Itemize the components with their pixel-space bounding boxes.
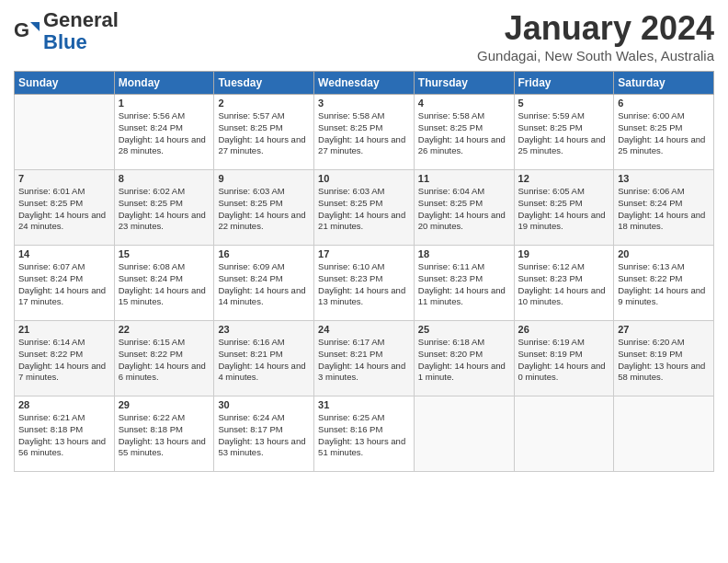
title-block: January 2024 Gundagai, New South Wales, … — [477, 9, 714, 63]
weekday-header-sunday: Sunday — [15, 72, 115, 95]
day-number: 29 — [119, 399, 210, 410]
calendar-cell: 8 Sunrise: 6:02 AM Sunset: 8:25 PM Dayli… — [114, 170, 214, 246]
page-header: G General Blue January 2024 Gundagai, Ne… — [14, 9, 714, 63]
calendar-cell: 3 Sunrise: 5:58 AM Sunset: 8:25 PM Dayli… — [314, 95, 415, 170]
day-number: 16 — [218, 248, 310, 259]
calendar-cell: 1 Sunrise: 5:56 AM Sunset: 8:24 PM Dayli… — [114, 95, 214, 170]
cell-info: Sunrise: 6:04 AM Sunset: 8:25 PM Dayligh… — [418, 186, 510, 233]
day-number: 2 — [218, 98, 310, 109]
cell-info: Sunrise: 6:21 AM Sunset: 8:18 PM Dayligh… — [18, 412, 110, 459]
calendar-cell: 26 Sunrise: 6:19 AM Sunset: 8:19 PM Dayl… — [514, 321, 614, 396]
calendar-cell: 17 Sunrise: 6:10 AM Sunset: 8:23 PM Dayl… — [314, 246, 415, 321]
calendar-cell — [414, 396, 514, 472]
cell-info: Sunrise: 6:17 AM Sunset: 8:21 PM Dayligh… — [318, 337, 410, 384]
weekday-header-tuesday: Tuesday — [214, 72, 314, 95]
calendar-cell: 4 Sunrise: 5:58 AM Sunset: 8:25 PM Dayli… — [414, 95, 514, 170]
day-number: 28 — [18, 399, 110, 410]
cell-info: Sunrise: 6:11 AM Sunset: 8:23 PM Dayligh… — [418, 261, 510, 308]
day-number: 3 — [318, 98, 410, 109]
day-number: 21 — [18, 324, 110, 335]
cell-info: Sunrise: 6:03 AM Sunset: 8:25 PM Dayligh… — [318, 186, 410, 233]
day-number: 12 — [518, 173, 610, 184]
day-number: 1 — [119, 98, 210, 109]
cell-info: Sunrise: 5:58 AM Sunset: 8:25 PM Dayligh… — [318, 110, 410, 157]
calendar-cell: 14 Sunrise: 6:07 AM Sunset: 8:24 PM Dayl… — [15, 246, 115, 321]
calendar-cell: 18 Sunrise: 6:11 AM Sunset: 8:23 PM Dayl… — [414, 246, 514, 321]
calendar-cell: 27 Sunrise: 6:20 AM Sunset: 8:19 PM Dayl… — [614, 321, 714, 396]
day-number: 5 — [518, 98, 610, 109]
calendar-cell: 31 Sunrise: 6:25 AM Sunset: 8:16 PM Dayl… — [314, 396, 415, 472]
calendar-cell: 25 Sunrise: 6:18 AM Sunset: 8:20 PM Dayl… — [414, 321, 514, 396]
cell-info: Sunrise: 6:25 AM Sunset: 8:16 PM Dayligh… — [318, 412, 410, 459]
calendar-cell: 20 Sunrise: 6:13 AM Sunset: 8:22 PM Dayl… — [614, 246, 714, 321]
weekday-header-saturday: Saturday — [614, 72, 714, 95]
day-number: 13 — [618, 173, 710, 184]
cell-info: Sunrise: 6:06 AM Sunset: 8:24 PM Dayligh… — [618, 186, 710, 233]
cell-info: Sunrise: 6:20 AM Sunset: 8:19 PM Dayligh… — [618, 337, 710, 384]
weekday-header-thursday: Thursday — [414, 72, 514, 95]
cell-info: Sunrise: 6:12 AM Sunset: 8:23 PM Dayligh… — [518, 261, 610, 308]
day-number: 11 — [418, 173, 510, 184]
logo: G General Blue — [14, 9, 119, 53]
cell-info: Sunrise: 6:16 AM Sunset: 8:21 PM Dayligh… — [218, 337, 310, 384]
calendar-cell — [15, 95, 115, 170]
calendar-cell: 12 Sunrise: 6:05 AM Sunset: 8:25 PM Dayl… — [514, 170, 614, 246]
calendar-cell: 19 Sunrise: 6:12 AM Sunset: 8:23 PM Dayl… — [514, 246, 614, 321]
cell-info: Sunrise: 6:22 AM Sunset: 8:18 PM Dayligh… — [119, 412, 210, 459]
day-number: 31 — [318, 399, 410, 410]
cell-info: Sunrise: 5:58 AM Sunset: 8:25 PM Dayligh… — [418, 110, 510, 157]
day-number: 23 — [218, 324, 310, 335]
day-number: 27 — [618, 324, 710, 335]
calendar-cell: 9 Sunrise: 6:03 AM Sunset: 8:25 PM Dayli… — [214, 170, 314, 246]
calendar-cell: 6 Sunrise: 6:00 AM Sunset: 8:25 PM Dayli… — [614, 95, 714, 170]
cell-info: Sunrise: 6:02 AM Sunset: 8:25 PM Dayligh… — [119, 186, 210, 233]
cell-info: Sunrise: 6:01 AM Sunset: 8:25 PM Dayligh… — [18, 186, 110, 233]
day-number: 19 — [518, 248, 610, 259]
cell-info: Sunrise: 6:14 AM Sunset: 8:22 PM Dayligh… — [18, 337, 110, 384]
cell-info: Sunrise: 6:15 AM Sunset: 8:22 PM Dayligh… — [119, 337, 210, 384]
calendar-cell: 10 Sunrise: 6:03 AM Sunset: 8:25 PM Dayl… — [314, 170, 415, 246]
day-number: 6 — [618, 98, 710, 109]
cell-info: Sunrise: 6:08 AM Sunset: 8:24 PM Dayligh… — [119, 261, 210, 308]
day-number: 4 — [418, 98, 510, 109]
weekday-header-row: SundayMondayTuesdayWednesdayThursdayFrid… — [15, 72, 714, 95]
day-number: 10 — [318, 173, 410, 184]
weekday-header-friday: Friday — [514, 72, 614, 95]
calendar-cell: 28 Sunrise: 6:21 AM Sunset: 8:18 PM Dayl… — [15, 396, 115, 472]
day-number: 22 — [119, 324, 210, 335]
calendar-cell: 16 Sunrise: 6:09 AM Sunset: 8:24 PM Dayl… — [214, 246, 314, 321]
calendar-cell: 29 Sunrise: 6:22 AM Sunset: 8:18 PM Dayl… — [114, 396, 214, 472]
calendar-cell: 23 Sunrise: 6:16 AM Sunset: 8:21 PM Dayl… — [214, 321, 314, 396]
calendar-cell: 7 Sunrise: 6:01 AM Sunset: 8:25 PM Dayli… — [15, 170, 115, 246]
calendar-cell: 21 Sunrise: 6:14 AM Sunset: 8:22 PM Dayl… — [15, 321, 115, 396]
day-number: 8 — [119, 173, 210, 184]
week-row-3: 14 Sunrise: 6:07 AM Sunset: 8:24 PM Dayl… — [15, 246, 714, 321]
cell-info: Sunrise: 6:24 AM Sunset: 8:17 PM Dayligh… — [218, 412, 310, 459]
calendar-cell: 11 Sunrise: 6:04 AM Sunset: 8:25 PM Dayl… — [414, 170, 514, 246]
day-number: 17 — [318, 248, 410, 259]
cell-info: Sunrise: 6:19 AM Sunset: 8:19 PM Dayligh… — [518, 337, 610, 384]
cell-info: Sunrise: 5:56 AM Sunset: 8:24 PM Dayligh… — [119, 110, 210, 157]
logo-blue-text: Blue — [43, 30, 87, 53]
cell-info: Sunrise: 6:13 AM Sunset: 8:22 PM Dayligh… — [618, 261, 710, 308]
weekday-header-wednesday: Wednesday — [314, 72, 415, 95]
calendar-cell: 13 Sunrise: 6:06 AM Sunset: 8:24 PM Dayl… — [614, 170, 714, 246]
cell-info: Sunrise: 6:03 AM Sunset: 8:25 PM Dayligh… — [218, 186, 310, 233]
day-number: 9 — [218, 173, 310, 184]
calendar-cell: 24 Sunrise: 6:17 AM Sunset: 8:21 PM Dayl… — [314, 321, 415, 396]
day-number: 15 — [119, 248, 210, 259]
day-number: 20 — [618, 248, 710, 259]
day-number: 26 — [518, 324, 610, 335]
location-title: Gundagai, New South Wales, Australia — [477, 48, 714, 63]
cell-info: Sunrise: 5:57 AM Sunset: 8:25 PM Dayligh… — [218, 110, 310, 157]
day-number: 14 — [18, 248, 110, 259]
day-number: 30 — [218, 399, 310, 410]
calendar-cell: 2 Sunrise: 5:57 AM Sunset: 8:25 PM Dayli… — [214, 95, 314, 170]
day-number: 25 — [418, 324, 510, 335]
week-row-1: 1 Sunrise: 5:56 AM Sunset: 8:24 PM Dayli… — [15, 95, 714, 170]
cell-info: Sunrise: 5:59 AM Sunset: 8:25 PM Dayligh… — [518, 110, 610, 157]
cell-info: Sunrise: 6:09 AM Sunset: 8:24 PM Dayligh… — [218, 261, 310, 308]
calendar-cell: 30 Sunrise: 6:24 AM Sunset: 8:17 PM Dayl… — [214, 396, 314, 472]
calendar-cell: 15 Sunrise: 6:08 AM Sunset: 8:24 PM Dayl… — [114, 246, 214, 321]
svg-text:G: G — [14, 18, 29, 41]
